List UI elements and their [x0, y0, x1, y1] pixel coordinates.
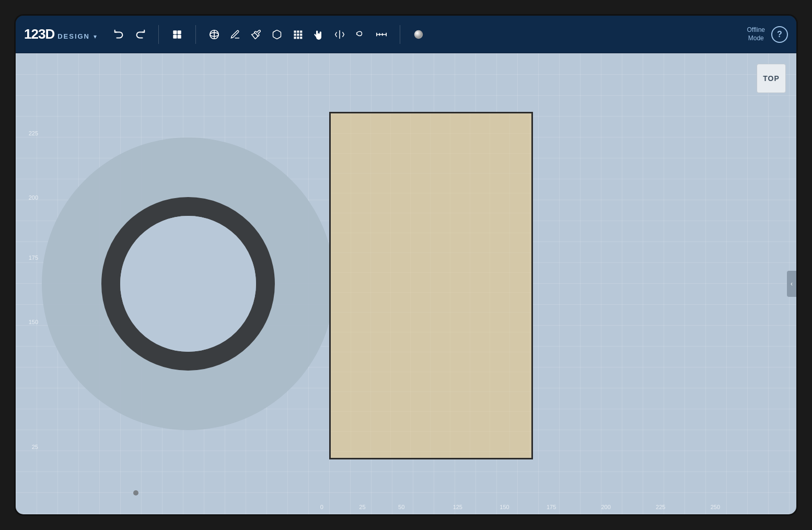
ruler-mark-h-125: 125	[453, 504, 462, 510]
ruler-mark-h-250: 250	[711, 504, 720, 510]
ruler-mark-h-50: 50	[398, 504, 404, 510]
svg-point-24	[120, 216, 256, 352]
svg-rect-9	[300, 30, 302, 32]
svg-point-21	[414, 30, 423, 39]
redo-button[interactable]	[130, 25, 150, 44]
collapse-arrow-icon: ‹	[791, 280, 793, 287]
svg-rect-14	[297, 37, 299, 39]
undo-redo-group	[109, 25, 150, 44]
divider-2	[195, 25, 196, 44]
undo-button[interactable]	[109, 25, 129, 44]
viewport[interactable]: 225 200 175 150 25 0 25 50 125 150 175 2…	[16, 53, 796, 514]
measure-button[interactable]	[372, 25, 391, 44]
ruler-mark-h-200: 200	[601, 504, 611, 510]
ruler-mark-h-175: 175	[547, 504, 556, 510]
svg-rect-15	[300, 37, 302, 39]
ruler-mark-150: 150	[29, 319, 41, 325]
mirror-button[interactable]	[330, 25, 350, 44]
svg-rect-8	[297, 30, 299, 32]
collapse-panel-button[interactable]: ‹	[787, 271, 796, 297]
paintbrush-button[interactable]	[246, 25, 266, 44]
ruler-mark-200: 200	[29, 194, 41, 201]
ruler-mark-h-150: 150	[500, 504, 509, 510]
sketch-button[interactable]	[225, 25, 245, 44]
ruler-mark-h-225: 225	[656, 504, 665, 510]
svg-rect-3	[178, 34, 181, 38]
top-view-label: TOP	[763, 74, 780, 83]
ruler-mark-175: 175	[29, 255, 41, 261]
logo-design: DESIGN	[57, 32, 90, 40]
offline-mode-label: Offline Mode	[747, 26, 765, 42]
curve-button[interactable]	[351, 25, 370, 44]
ruler-left: 225 200 175 150 25	[16, 53, 44, 514]
solid-button[interactable]	[267, 25, 287, 44]
primitives-group	[167, 25, 187, 44]
logo-123d: 123D	[24, 26, 54, 42]
svg-rect-7	[294, 30, 296, 32]
sketch-group	[204, 25, 391, 44]
ruler-mark-225: 225	[29, 130, 41, 136]
header-right: Offline Mode ?	[747, 26, 788, 43]
header: 123D DESIGN ▾	[16, 16, 796, 53]
svg-rect-2	[173, 34, 177, 38]
grid-button[interactable]	[288, 25, 308, 44]
torus-shape	[31, 111, 345, 456]
help-button[interactable]: ?	[771, 26, 788, 43]
toolbar	[109, 25, 747, 44]
svg-rect-12	[300, 33, 302, 36]
logo-chevron: ▾	[94, 33, 97, 40]
snap-button[interactable]	[309, 25, 329, 44]
divider-1	[158, 25, 159, 44]
scene: 225 200 175 150 25 0 25 50 125 150 175 2…	[16, 53, 796, 514]
top-view-button[interactable]: TOP	[757, 64, 786, 93]
svg-rect-13	[294, 37, 296, 39]
svg-rect-10	[294, 33, 296, 36]
divider-3	[400, 25, 400, 44]
svg-rect-1	[178, 30, 181, 34]
primitives-button[interactable]	[167, 25, 187, 44]
ruler-bottom: 0 25 50 125 150 175 200 225 250	[16, 500, 796, 514]
sphere-button[interactable]	[409, 25, 428, 44]
svg-rect-0	[173, 30, 177, 34]
device-frame: 123D DESIGN ▾	[14, 14, 798, 516]
ruler-mark-h-25b: 25	[359, 504, 365, 510]
ruler-mark-25: 25	[32, 444, 41, 450]
ruler-mark-h-0: 0	[320, 504, 323, 510]
rect-box	[329, 112, 533, 459]
svg-rect-11	[297, 33, 299, 36]
shape3d-button[interactable]	[204, 25, 224, 44]
logo-area[interactable]: 123D DESIGN ▾	[24, 26, 97, 42]
grid-origin	[133, 490, 138, 496]
